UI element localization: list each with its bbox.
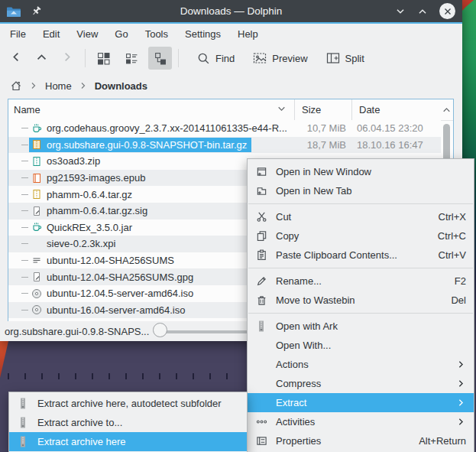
menu-go[interactable]: Go (115, 26, 138, 42)
menu-settings[interactable]: Settings (185, 26, 231, 42)
split-icon (326, 52, 340, 64)
close-button[interactable] (439, 3, 455, 19)
breadcrumb-downloads[interactable]: Downloads (95, 80, 147, 92)
titlebar[interactable]: Downloads — Dolphin (0, 0, 462, 22)
menu-shortcut: Del (451, 294, 466, 306)
extract-archive-icon (17, 398, 29, 410)
copy-icon (255, 230, 267, 242)
menu-item-cut[interactable]: Cut Ctrl+X (248, 207, 474, 226)
menu-item-compress[interactable]: Compress (248, 374, 474, 393)
breadcrumb-separator-icon (29, 81, 38, 90)
ark-archive-icon (255, 320, 267, 333)
details-view-button[interactable] (148, 47, 172, 70)
breadcrumb-home[interactable]: Home (45, 80, 72, 92)
extract-archive-icon (17, 436, 29, 448)
menu-shortcut: Ctrl+X (439, 211, 466, 223)
toolbar: Find Preview Split (0, 44, 462, 73)
submenu-arrow-icon (456, 359, 466, 369)
extract-submenu: Extract archive here, autodetect subfold… (8, 392, 248, 452)
menu-item-activities[interactable]: Activities (248, 412, 474, 431)
minimize-button[interactable] (395, 6, 406, 17)
split-button[interactable]: Split (326, 52, 364, 64)
iso-file-icon (31, 304, 42, 315)
archive-file-icon (31, 189, 42, 200)
preview-icon (253, 52, 267, 64)
column-header-size[interactable]: Size (294, 99, 351, 120)
menu-help[interactable]: Help (238, 26, 268, 42)
menu-item-open-with-ark[interactable]: Open with Ark (248, 317, 474, 336)
file-row[interactable]: org.codehaus.groovy_2.3.7.xx-20141106133… (8, 120, 441, 137)
activities-icon (255, 416, 267, 428)
desktop-wallpaper-red-sliver (0, 341, 8, 378)
context-menu: Open in New Window Open in New Tab Cut C… (247, 158, 474, 452)
jar-file-icon (31, 222, 42, 233)
menu-separator (248, 203, 473, 204)
signature-file-icon (31, 206, 42, 216)
column-header-date[interactable]: Date (351, 99, 434, 120)
epub-file-icon (31, 173, 42, 184)
zip-file-icon (31, 156, 42, 167)
menu-item-open-in-new-tab[interactable]: Open in New Tab (248, 181, 474, 200)
menu-item-copy[interactable]: Copy Ctrl+C (248, 226, 474, 246)
tab-new-icon (255, 185, 267, 197)
rename-icon (255, 275, 267, 288)
properties-icon (255, 435, 267, 447)
search-icon (197, 52, 210, 65)
menubar: File Edit View Go Tools Settings Help (0, 24, 462, 44)
compact-view-button[interactable] (120, 47, 144, 70)
preview-button[interactable]: Preview (253, 52, 307, 64)
blank-file-icon (31, 239, 42, 249)
column-header-name[interactable]: Name (8, 104, 294, 116)
file-row-selected[interactable]: org.subshare.gui-0.9.8-SNAPSHOT-bin.tar.… (8, 137, 441, 154)
menu-item-extract[interactable]: Extract (248, 393, 474, 412)
maximize-button[interactable] (417, 6, 428, 17)
menu-separator (248, 313, 473, 314)
home-icon[interactable] (10, 80, 22, 92)
extract-archive-icon (17, 417, 29, 429)
find-button[interactable]: Find (197, 52, 235, 65)
menu-separator (248, 268, 473, 268)
desktop-wallpaper-ticks (8, 373, 243, 379)
breadcrumb-separator-icon (79, 81, 88, 90)
jar-file-icon (31, 123, 42, 134)
icons-view-button[interactable] (92, 47, 115, 70)
zoom-slider-handle[interactable] (153, 323, 167, 337)
submenu-arrow-icon (456, 417, 466, 427)
iso-file-icon (31, 288, 42, 299)
menu-item-rename[interactable]: Rename... F2 (248, 272, 474, 291)
menu-shortcut: Ctrl+C (438, 230, 466, 242)
signature-file-icon (31, 272, 42, 282)
submenu-item-extract-archive-here[interactable]: Extract archive here (9, 432, 247, 451)
paste-icon (255, 249, 267, 262)
submenu-item-extract-here-autodetect[interactable]: Extract archive here, autodetect subfold… (9, 394, 247, 413)
menu-shortcut: F2 (455, 275, 466, 287)
menu-view[interactable]: View (76, 26, 108, 42)
menu-item-move-to-wastebin[interactable]: Move to Wastebin Del (248, 291, 474, 310)
sort-indicator-icon (277, 104, 287, 116)
menu-item-actions[interactable]: Actions (248, 355, 474, 374)
menu-shortcut: Ctrl+V (439, 249, 466, 261)
menu-item-properties[interactable]: Properties Alt+Return (248, 431, 474, 450)
window-title: Downloads — Dolphin (0, 5, 462, 17)
archive-file-icon (31, 139, 42, 150)
list-header: Name Size Date (8, 99, 453, 121)
up-button[interactable] (35, 50, 48, 66)
menu-shortcut: Alt+Return (419, 435, 466, 447)
text-file-icon (31, 255, 42, 266)
menu-tools[interactable]: Tools (145, 26, 178, 42)
cut-icon (255, 211, 267, 223)
menu-item-open-in-new-window[interactable]: Open in New Window (248, 162, 474, 181)
scrollbar-up-icon[interactable] (441, 99, 452, 119)
submenu-arrow-icon (456, 398, 466, 408)
menu-file[interactable]: File (10, 26, 36, 42)
back-button[interactable] (9, 50, 22, 66)
forward-button[interactable] (61, 50, 74, 66)
trash-icon (255, 294, 267, 307)
menu-item-open-with[interactable]: Open With... (248, 336, 474, 355)
menu-item-paste[interactable]: Paste Clipboard Contents... Ctrl+V (248, 246, 474, 265)
menu-edit[interactable]: Edit (43, 26, 70, 42)
statusbar-selection-label: org.subshare.gui-0.9.8-SNAPS... (5, 326, 149, 337)
window-new-icon (255, 166, 267, 178)
submenu-item-extract-archive-to[interactable]: Extract archive to... (9, 413, 247, 432)
toolbar-separator (178, 49, 179, 67)
